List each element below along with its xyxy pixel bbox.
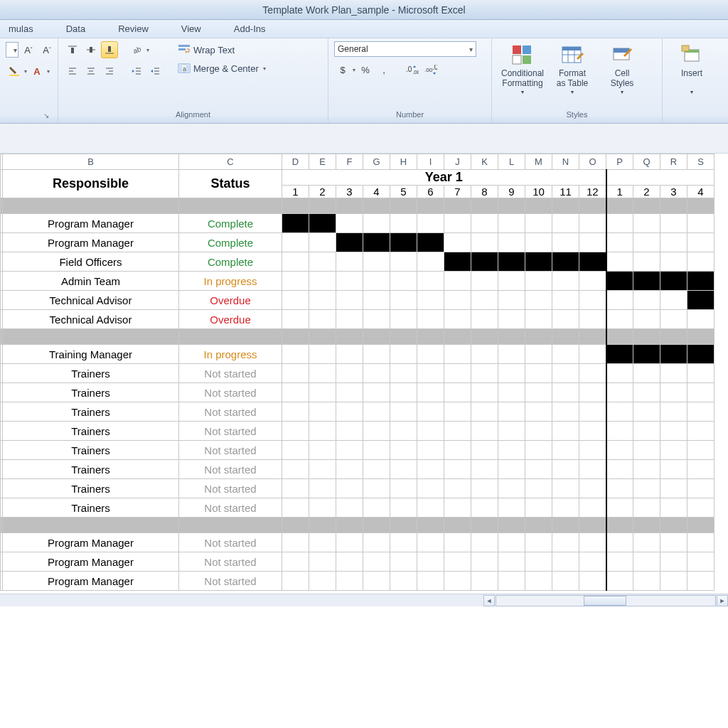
cell-gantt[interactable] xyxy=(417,291,444,310)
month-header[interactable]: 2 xyxy=(633,186,660,198)
cell-gantt[interactable] xyxy=(363,345,390,364)
cell-gantt[interactable] xyxy=(525,291,552,310)
cell-gantt[interactable] xyxy=(363,272,390,291)
cell-status[interactable]: In progress xyxy=(179,345,282,364)
cell-gantt[interactable] xyxy=(633,441,660,460)
horizontal-scrollbar[interactable]: ◄ ► xyxy=(0,594,728,606)
scroll-left-arrow-icon[interactable]: ◄ xyxy=(483,595,495,606)
cell-gantt[interactable] xyxy=(471,272,498,291)
cell-gantt[interactable] xyxy=(336,383,363,402)
cell-status[interactable]: Not started xyxy=(179,460,282,479)
cell-status[interactable]: Not started xyxy=(179,533,282,552)
cell-gantt[interactable] xyxy=(498,402,525,422)
merge-center-button[interactable]: a Merge & Center ▾ xyxy=(175,60,269,77)
cell-gantt[interactable] xyxy=(390,364,417,383)
cell-gantt[interactable] xyxy=(687,460,714,479)
cell-gantt[interactable] xyxy=(687,402,714,422)
month-header[interactable]: 3 xyxy=(660,186,687,198)
cell-gantt[interactable] xyxy=(498,552,525,572)
cell-gantt[interactable] xyxy=(336,291,363,310)
col-header-J[interactable]: J xyxy=(444,154,471,170)
cell-gantt[interactable] xyxy=(309,310,336,329)
cell-gantt[interactable] xyxy=(363,479,390,498)
cell-gantt[interactable] xyxy=(606,552,633,572)
col-header-F[interactable]: F xyxy=(336,154,363,170)
col-header-O[interactable]: O xyxy=(579,154,606,170)
cell-responsible[interactable]: Admin Team xyxy=(3,272,179,291)
cell-gantt[interactable] xyxy=(660,345,687,364)
cell-gantt[interactable] xyxy=(606,364,633,383)
cell-gantt[interactable] xyxy=(660,272,687,291)
header-status[interactable]: Status xyxy=(179,170,282,198)
cell-gantt[interactable] xyxy=(579,291,606,310)
cell-gantt[interactable] xyxy=(498,345,525,364)
month-header[interactable]: 4 xyxy=(687,186,714,198)
cell-gantt[interactable] xyxy=(363,552,390,572)
cell-gantt[interactable] xyxy=(525,498,552,518)
cell-gantt[interactable] xyxy=(471,291,498,310)
cell-gantt[interactable] xyxy=(687,291,714,310)
align-middle-button[interactable] xyxy=(82,41,100,58)
cell-gantt[interactable] xyxy=(525,552,552,572)
cell-gantt[interactable] xyxy=(417,272,444,291)
cell-gantt[interactable] xyxy=(606,533,633,552)
cell-gantt[interactable] xyxy=(552,252,579,272)
col-header-G[interactable]: G xyxy=(363,154,390,170)
cell-gantt[interactable] xyxy=(552,310,579,329)
cell-gantt[interactable] xyxy=(417,572,444,591)
cell-gantt[interactable] xyxy=(579,252,606,272)
cell-gantt[interactable] xyxy=(282,291,309,310)
month-header[interactable]: 9 xyxy=(498,186,525,198)
cell-gantt[interactable] xyxy=(633,383,660,402)
cell-gantt[interactable] xyxy=(417,498,444,518)
col-header-I[interactable]: I xyxy=(417,154,444,170)
header-year2-partial[interactable] xyxy=(606,170,714,186)
cell-gantt[interactable] xyxy=(390,552,417,572)
cell-gantt[interactable] xyxy=(606,402,633,422)
cell-gantt[interactable] xyxy=(363,422,390,441)
cell-status[interactable]: Complete xyxy=(179,252,282,272)
cell-gantt[interactable] xyxy=(498,383,525,402)
cell-gantt[interactable] xyxy=(309,345,336,364)
decrease-indent-button[interactable] xyxy=(128,63,145,80)
cell-gantt[interactable] xyxy=(282,364,309,383)
cell-gantt[interactable] xyxy=(579,441,606,460)
cell-gantt[interactable] xyxy=(471,498,498,518)
cell-gantt[interactable] xyxy=(444,533,471,552)
cell-gantt[interactable] xyxy=(633,233,660,252)
cell-gantt[interactable] xyxy=(579,345,606,364)
font-dialog-launcher-icon[interactable]: ↘ xyxy=(42,112,50,120)
cell-gantt[interactable] xyxy=(336,310,363,329)
tab-formulas-partial[interactable]: mulas xyxy=(0,21,42,37)
cell-gantt[interactable] xyxy=(552,441,579,460)
cell-gantt[interactable] xyxy=(336,345,363,364)
cell-gantt[interactable] xyxy=(363,214,390,233)
align-right-button[interactable] xyxy=(101,63,118,80)
cell-gantt[interactable] xyxy=(363,441,390,460)
cell-gantt[interactable] xyxy=(336,422,363,441)
orientation-button[interactable]: ab xyxy=(128,41,145,58)
cell-gantt[interactable] xyxy=(633,291,660,310)
cell-gantt[interactable] xyxy=(660,572,687,591)
month-header[interactable]: 7 xyxy=(444,186,471,198)
cell-gantt[interactable] xyxy=(336,364,363,383)
cell-gantt[interactable] xyxy=(282,498,309,518)
scroll-thumb[interactable] xyxy=(584,596,626,606)
cell-gantt[interactable] xyxy=(687,552,714,572)
cell-gantt[interactable] xyxy=(687,364,714,383)
cell-gantt[interactable] xyxy=(363,364,390,383)
increase-font-button[interactable]: Aˆ xyxy=(20,41,37,58)
cell-gantt[interactable] xyxy=(579,533,606,552)
cell-gantt[interactable] xyxy=(525,460,552,479)
cell-gantt[interactable] xyxy=(633,572,660,591)
cell-gantt[interactable] xyxy=(660,214,687,233)
cell-gantt[interactable] xyxy=(444,364,471,383)
cell-gantt[interactable] xyxy=(606,422,633,441)
cell-gantt[interactable] xyxy=(552,383,579,402)
cell-status[interactable]: Not started xyxy=(179,572,282,591)
cell-gantt[interactable] xyxy=(552,402,579,422)
col-header-K[interactable]: K xyxy=(471,154,498,170)
cell-gantt[interactable] xyxy=(336,498,363,518)
font-color-button[interactable]: A xyxy=(28,63,46,80)
cell-gantt[interactable] xyxy=(579,479,606,498)
